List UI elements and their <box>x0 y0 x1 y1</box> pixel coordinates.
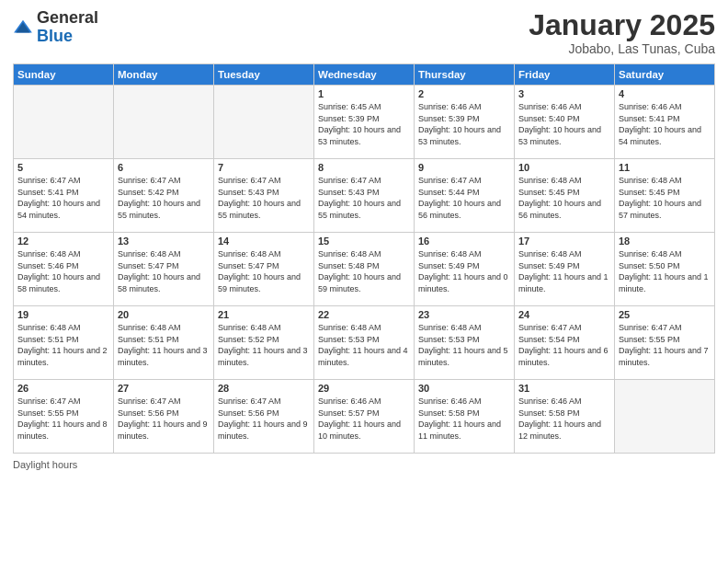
week-row-2: 5Sunrise: 6:47 AMSunset: 5:41 PMDaylight… <box>14 159 715 233</box>
day-number: 6 <box>118 162 210 173</box>
week-row-1: 1Sunrise: 6:45 AMSunset: 5:39 PMDaylight… <box>14 86 715 159</box>
day-number: 8 <box>318 162 410 173</box>
day-info: Sunrise: 6:48 AMSunset: 5:51 PMDaylight:… <box>17 322 109 368</box>
table-row: 3Sunrise: 6:46 AMSunset: 5:40 PMDaylight… <box>515 86 615 159</box>
table-row: 22Sunrise: 6:48 AMSunset: 5:53 PMDayligh… <box>314 306 415 380</box>
day-info: Sunrise: 6:48 AMSunset: 5:50 PMDaylight:… <box>619 248 711 294</box>
day-info: Sunrise: 6:47 AMSunset: 5:43 PMDaylight:… <box>218 175 310 221</box>
col-header-thursday: Thursday <box>415 64 515 86</box>
day-number: 25 <box>619 309 711 320</box>
table-row: 23Sunrise: 6:48 AMSunset: 5:53 PMDayligh… <box>415 306 515 380</box>
day-number: 3 <box>518 88 610 99</box>
logo-blue: Blue <box>37 27 73 45</box>
table-row: 5Sunrise: 6:47 AMSunset: 5:41 PMDaylight… <box>14 159 114 233</box>
main-container: General Blue January 2025 Jobabo, Las Tu… <box>0 0 728 479</box>
table-row: 11Sunrise: 6:48 AMSunset: 5:45 PMDayligh… <box>615 159 715 233</box>
location: Jobabo, Las Tunas, Cuba <box>529 41 715 56</box>
week-row-5: 26Sunrise: 6:47 AMSunset: 5:55 PMDayligh… <box>14 380 715 454</box>
table-row: 1Sunrise: 6:45 AMSunset: 5:39 PMDaylight… <box>314 86 415 159</box>
day-number: 4 <box>619 88 711 99</box>
table-row: 13Sunrise: 6:48 AMSunset: 5:47 PMDayligh… <box>114 233 214 306</box>
table-row: 20Sunrise: 6:48 AMSunset: 5:51 PMDayligh… <box>114 306 214 380</box>
day-number: 21 <box>218 309 310 320</box>
day-number: 12 <box>17 236 109 247</box>
day-info: Sunrise: 6:48 AMSunset: 5:47 PMDaylight:… <box>118 248 210 294</box>
day-number: 13 <box>118 236 210 247</box>
col-header-friday: Friday <box>515 64 615 86</box>
day-number: 7 <box>218 162 310 173</box>
table-row: 17Sunrise: 6:48 AMSunset: 5:49 PMDayligh… <box>515 233 615 306</box>
day-info: Sunrise: 6:47 AMSunset: 5:42 PMDaylight:… <box>118 175 210 221</box>
day-info: Sunrise: 6:48 AMSunset: 5:53 PMDaylight:… <box>418 322 510 368</box>
day-info: Sunrise: 6:48 AMSunset: 5:45 PMDaylight:… <box>619 175 711 221</box>
title-block: January 2025 Jobabo, Las Tunas, Cuba <box>529 9 715 56</box>
day-number: 29 <box>318 383 410 394</box>
table-row: 14Sunrise: 6:48 AMSunset: 5:47 PMDayligh… <box>214 233 314 306</box>
day-number: 20 <box>118 309 210 320</box>
day-info: Sunrise: 6:48 AMSunset: 5:47 PMDaylight:… <box>218 248 310 294</box>
col-header-saturday: Saturday <box>615 64 715 86</box>
day-number: 1 <box>318 88 410 99</box>
day-info: Sunrise: 6:46 AMSunset: 5:41 PMDaylight:… <box>619 101 711 147</box>
header: General Blue January 2025 Jobabo, Las Tu… <box>13 9 715 56</box>
col-header-monday: Monday <box>114 64 214 86</box>
day-number: 30 <box>418 383 510 394</box>
table-row: 7Sunrise: 6:47 AMSunset: 5:43 PMDaylight… <box>214 159 314 233</box>
day-number: 2 <box>418 88 510 99</box>
logo-general: General <box>37 8 98 27</box>
table-row <box>214 86 314 159</box>
table-row: 19Sunrise: 6:48 AMSunset: 5:51 PMDayligh… <box>14 306 114 380</box>
day-number: 24 <box>518 309 610 320</box>
day-number: 27 <box>118 383 210 394</box>
day-info: Sunrise: 6:47 AMSunset: 5:55 PMDaylight:… <box>17 396 109 442</box>
table-row: 28Sunrise: 6:47 AMSunset: 5:56 PMDayligh… <box>214 380 314 454</box>
table-row: 24Sunrise: 6:47 AMSunset: 5:54 PMDayligh… <box>515 306 615 380</box>
calendar-table: SundayMondayTuesdayWednesdayThursdayFrid… <box>13 63 715 454</box>
day-number: 18 <box>619 236 711 247</box>
day-info: Sunrise: 6:45 AMSunset: 5:39 PMDaylight:… <box>318 101 410 147</box>
day-number: 23 <box>418 309 510 320</box>
day-number: 22 <box>318 309 410 320</box>
day-number: 16 <box>418 236 510 247</box>
table-row <box>14 86 114 159</box>
table-row: 18Sunrise: 6:48 AMSunset: 5:50 PMDayligh… <box>615 233 715 306</box>
table-row: 26Sunrise: 6:47 AMSunset: 5:55 PMDayligh… <box>14 380 114 454</box>
day-info: Sunrise: 6:47 AMSunset: 5:43 PMDaylight:… <box>318 175 410 221</box>
day-number: 9 <box>418 162 510 173</box>
day-number: 14 <box>218 236 310 247</box>
day-number: 19 <box>17 309 109 320</box>
col-header-wednesday: Wednesday <box>314 64 415 86</box>
table-row: 9Sunrise: 6:47 AMSunset: 5:44 PMDaylight… <box>415 159 515 233</box>
week-row-4: 19Sunrise: 6:48 AMSunset: 5:51 PMDayligh… <box>14 306 715 380</box>
day-info: Sunrise: 6:47 AMSunset: 5:56 PMDaylight:… <box>218 396 310 442</box>
day-info: Sunrise: 6:46 AMSunset: 5:57 PMDaylight:… <box>318 396 410 442</box>
day-info: Sunrise: 6:48 AMSunset: 5:52 PMDaylight:… <box>218 322 310 368</box>
day-info: Sunrise: 6:48 AMSunset: 5:53 PMDaylight:… <box>318 322 410 368</box>
day-info: Sunrise: 6:48 AMSunset: 5:48 PMDaylight:… <box>318 248 410 294</box>
table-row: 30Sunrise: 6:46 AMSunset: 5:58 PMDayligh… <box>415 380 515 454</box>
day-info: Sunrise: 6:46 AMSunset: 5:39 PMDaylight:… <box>418 101 510 147</box>
header-row: SundayMondayTuesdayWednesdayThursdayFrid… <box>14 64 715 86</box>
day-number: 5 <box>17 162 109 173</box>
day-info: Sunrise: 6:48 AMSunset: 5:49 PMDaylight:… <box>418 248 510 294</box>
table-row <box>114 86 214 159</box>
logo-icon <box>13 17 33 38</box>
day-number: 28 <box>218 383 310 394</box>
day-number: 11 <box>619 162 711 173</box>
table-row: 6Sunrise: 6:47 AMSunset: 5:42 PMDaylight… <box>114 159 214 233</box>
week-row-3: 12Sunrise: 6:48 AMSunset: 5:46 PMDayligh… <box>14 233 715 306</box>
table-row: 2Sunrise: 6:46 AMSunset: 5:39 PMDaylight… <box>415 86 515 159</box>
day-number: 17 <box>518 236 610 247</box>
table-row: 29Sunrise: 6:46 AMSunset: 5:57 PMDayligh… <box>314 380 415 454</box>
day-info: Sunrise: 6:47 AMSunset: 5:56 PMDaylight:… <box>118 396 210 442</box>
logo: General Blue <box>13 9 98 46</box>
logo-text: General Blue <box>37 9 98 46</box>
day-number: 15 <box>318 236 410 247</box>
day-info: Sunrise: 6:46 AMSunset: 5:58 PMDaylight:… <box>418 396 510 442</box>
table-row: 8Sunrise: 6:47 AMSunset: 5:43 PMDaylight… <box>314 159 415 233</box>
col-header-tuesday: Tuesday <box>214 64 314 86</box>
day-info: Sunrise: 6:47 AMSunset: 5:44 PMDaylight:… <box>418 175 510 221</box>
table-row: 25Sunrise: 6:47 AMSunset: 5:55 PMDayligh… <box>615 306 715 380</box>
month-title: January 2025 <box>529 9 715 41</box>
day-info: Sunrise: 6:48 AMSunset: 5:51 PMDaylight:… <box>118 322 210 368</box>
